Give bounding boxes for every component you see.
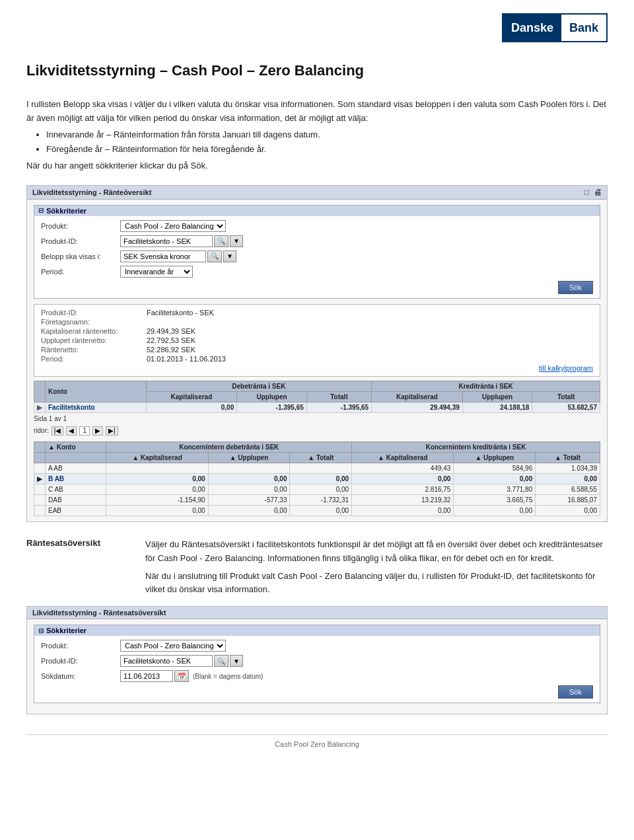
period-label: Period: [41,268,120,276]
produktid-search-btn[interactable]: 🔍 [214,235,229,247]
subcol-debet-group-header: Koncernintern debetränta i SEK [106,441,352,452]
col-debet-kap-header: Kapitaliserad [146,391,237,402]
subcol-kredit-upp: ▲ Upplupen [454,452,536,463]
kalkyl-link[interactable]: till kalkylprogram [539,364,593,372]
screenshot2-calendar-btn[interactable]: 📅 [174,670,189,682]
subtable-konto: A AB [46,463,106,473]
page-title: Likviditetsstyrning – Cash Pool – Zero B… [26,62,608,79]
cell-kredit-upp: 24.188,18 [462,402,532,412]
result-rantenetto-label: Räntenetto: [41,346,147,354]
page-next-btn[interactable]: ▶ [92,426,103,436]
subtable-cell-extra_upp: 584,96 [454,463,536,473]
subtable-row: EAB0,000,000,000,000,000,00 [34,505,600,515]
subtable-cell-debet_kap [106,463,208,473]
search-btn-row: Sök [41,281,593,294]
col-kredit-group-header: Kreditränta i SEK [372,381,600,391]
result-upplupet-value: 22.792,53 SEK [147,336,195,344]
minimize-icon[interactable]: □ [584,188,589,197]
subtable-expand[interactable]: ▶ [34,473,46,484]
screenshot2-content: ⊟ Sökkriterier Produkt: Cash Pool - Zero… [27,619,607,714]
logo-danske: Danske [503,15,561,41]
subtable-cell-extra_upp: 3.665,75 [454,494,536,505]
screenshot2-sokkriterier-header: ⊟ Sökkriterier [34,625,600,636]
screenshot2-search-btn-row: Sök [41,685,593,699]
page-first-btn[interactable]: |◀ [52,426,64,436]
subtable-cell-debet_upp [208,463,290,473]
page-prev-btn[interactable]: ◀ [66,426,77,436]
screenshot2-collapse-icon[interactable]: ⊟ [38,627,44,634]
subtable-expand [34,463,46,473]
screenshot1-title: Likviditetsstyrning - Ränteöversikt [32,188,151,196]
produkt-select[interactable]: Cash Pool - Zero Balancing [120,220,226,232]
result-produktid-label: Produkt-ID: [41,309,147,317]
subtable-cell-debet_kap: 0,00 [106,505,208,515]
result-period-label: Period: [41,355,147,363]
screenshot2-produktid-dropdown-btn[interactable]: ▼ [230,655,243,667]
subcol-debet-upp: ▲ Upplupen [208,452,290,463]
cell-debet-tot: -1.395,65 [306,402,371,412]
screenshot2-search-button[interactable]: Sök [558,685,593,699]
period-select[interactable]: Innevarande år [120,266,193,278]
intro-text: I rullisten Belopp ska visas i väljer du… [26,98,608,173]
produktid-label: Produkt-ID: [41,237,120,245]
footer: Cash Pool Zero Balancing [26,734,608,748]
screenshot2-sokdatum-label: Sökdatum: [41,672,120,680]
subtable-row: ▶B AB0,000,000,000,000,000,00 [34,473,600,484]
subtable-cell-debet_upp: -577,33 [208,494,290,505]
screenshot2-produktid-group: 🔍 ▼ [120,655,243,667]
subtable-cell-debet_tot: -1.732,31 [290,494,352,505]
subtable-cell-extra_tot: 1.034,39 [536,463,600,473]
subtable-cell-extra_kap: 13.219,32 [352,494,454,505]
belopp-dropdown-btn[interactable]: ▼ [223,250,236,262]
produktid-input[interactable] [120,235,213,247]
col-konto-header [34,381,46,402]
cell-debet-kap: 0,00 [146,402,237,412]
subcol-kredit-kap: ▲ Kapitaliserad [352,452,454,463]
subtable-cell-extra_upp: 0,00 [454,505,536,515]
subtable-cell-debet_upp: 0,00 [208,505,290,515]
screenshot2-box: Likviditetsstyrning - Räntesatsöversikt … [26,606,608,714]
subcol-debet-tot: ▲ Totalt [290,452,352,463]
screenshot2-produktid-row: Produkt-ID: 🔍 ▼ [41,655,593,667]
period-row: Period: Innevarande år [41,266,593,278]
result-foretagsnamn-row: Företagsnamn: [41,318,593,326]
screenshot1-icons: □ 🖨 [582,188,602,197]
belopp-search-btn[interactable]: 🔍 [207,250,222,262]
subtable-konto: B AB [46,473,106,484]
subtable-cell-extra_kap: 449,43 [352,463,454,473]
result-upplupet-label: Upplupet räntenetto: [41,336,147,344]
subtable-cell-extra_upp: 0,00 [454,473,536,484]
kalkyl-row: till kalkylprogram [41,364,593,372]
print-icon[interactable]: 🖨 [594,188,602,197]
sokkriterier-body: Produkt: Cash Pool - Zero Balancing Prod… [34,216,600,298]
belopp-input[interactable] [120,250,206,262]
subtable-cell-debet_tot: 0,00 [290,505,352,515]
screenshot2-sokdatum-input[interactable] [120,670,173,682]
rows-label: ridor: [34,427,49,434]
section-text1: Väljer du Räntesatsöversikt i facilitets… [145,538,608,566]
subtable-cell-debet_kap: -1.154,90 [106,494,208,505]
subtable-cell-debet_tot: 0,00 [290,484,352,494]
collapse-icon[interactable]: ⊟ [38,207,44,214]
screenshot2-produktid-input[interactable] [120,655,213,667]
produktid-dropdown-btn[interactable]: ▼ [230,235,243,247]
col-debet-upp-header: Upplupen [237,391,307,402]
search-button[interactable]: Sök [558,281,593,294]
screenshot2-produktid-search-btn[interactable]: 🔍 [214,655,229,667]
sokkriterier-panel: ⊟ Sökkriterier Produkt: Cash Pool - Zero… [34,205,600,299]
subtable: ▲ Konto Koncernintern debetränta i SEK K… [34,441,600,516]
main-table: Konto Debetränta i SEK Kreditränta i SEK… [34,381,600,413]
screenshot2-produktid-label: Produkt-ID: [41,657,120,665]
col-debet-tot-header: Totalt [306,391,371,402]
belopp-label: Belopp ska visas i: [41,252,120,260]
pagination-row: Sida 1 av 1 [34,413,600,424]
screenshot2-sokdatum-note: (Blank = dagens datum) [193,673,263,680]
subtable-row: DAB-1.154,90-577,33-1.732,3113.219,323.6… [34,494,600,505]
subtable-cell-debet_kap: 0,00 [106,484,208,494]
result-period-value: 01.01.2013 - 11.06.2013 [147,355,226,363]
screenshot2-sokdatum-group: 📅 (Blank = dagens datum) [120,670,263,682]
page-last-btn[interactable]: ▶| [106,426,118,436]
screenshot2-produkt-select[interactable]: Cash Pool - Zero Balancing [120,640,226,652]
screenshot2-sokkriterier-label: Sökkriterier [46,627,87,634]
expand-icon[interactable]: ▶ [34,402,46,412]
